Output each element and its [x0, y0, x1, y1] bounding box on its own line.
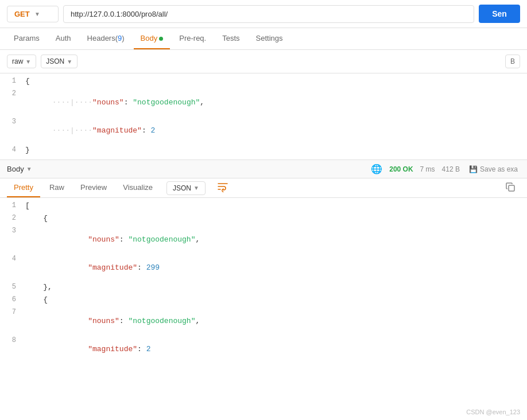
tab-prereq[interactable]: Pre-req. — [172, 28, 213, 49]
content-type-label: JSON — [46, 57, 64, 65]
req-line-1: 1 { — [0, 76, 527, 88]
format-label: raw — [12, 57, 23, 65]
resp-tab-preview[interactable]: Preview — [73, 178, 114, 197]
resp-line-3: 3 "nouns": "notgoodenough", — [0, 225, 527, 254]
tab-params[interactable]: Params — [7, 28, 46, 49]
resp-line-8: 8 "magnitude": 2 — [0, 335, 527, 359]
method-selector[interactable]: GET ▼ — [7, 6, 59, 22]
resp-format-label: JSON — [173, 184, 191, 192]
body-label-text: Body — [7, 165, 24, 173]
method-label: GET — [14, 10, 31, 18]
status-ok: 200 OK — [389, 165, 413, 173]
req-line-4: 4 } — [0, 145, 527, 157]
resp-line-1: 1 [ — [0, 200, 527, 213]
format-chevron: ▼ — [25, 59, 31, 65]
body-label-chevron: ▼ — [26, 166, 32, 172]
response-time: 7 ms — [420, 165, 435, 173]
request-tabs: Params Auth Headers(9) Body Pre-req. Tes… — [0, 28, 527, 50]
globe-icon[interactable]: 🌐 — [371, 164, 382, 174]
req-line-2: 2 ····|····"nouns": "notgoodenough", — [0, 88, 527, 116]
resp-format-chevron: ▼ — [193, 185, 199, 191]
save-as-button[interactable]: 💾 Save as exa — [467, 164, 520, 174]
send-button[interactable]: Sen — [479, 5, 520, 23]
body-label[interactable]: Body ▼ — [7, 165, 32, 173]
resp-line-4: 4 "magnitude": 299 — [0, 254, 527, 282]
format-selector[interactable]: raw ▼ — [7, 55, 36, 68]
copy-button[interactable] — [501, 180, 520, 196]
tab-auth[interactable]: Auth — [49, 28, 78, 49]
save-label: Save as exa — [480, 165, 518, 173]
method-chevron: ▼ — [34, 11, 51, 17]
resp-line-7: 7 "nouns": "notgoodenough", — [0, 307, 527, 335]
save-icon: 💾 — [469, 165, 478, 173]
tab-headers[interactable]: Headers(9) — [80, 28, 131, 49]
resp-line-2: 2 { — [0, 213, 527, 225]
top-bar: GET ▼ Sen — [0, 0, 527, 28]
svg-rect-0 — [509, 185, 514, 191]
url-input[interactable] — [63, 5, 474, 23]
tab-body[interactable]: Body — [134, 28, 170, 49]
content-type-selector[interactable]: JSON ▼ — [41, 55, 78, 68]
request-body-editor: 1 { 2 ····|····"nouns": "notgoodenough",… — [0, 73, 527, 160]
tab-tests[interactable]: Tests — [215, 28, 246, 49]
copy-icon — [505, 182, 516, 192]
body-dot — [159, 37, 163, 41]
tab-settings[interactable]: Settings — [249, 28, 290, 49]
resp-tab-pretty[interactable]: Pretty — [7, 178, 40, 197]
req-line-3: 3 ····|····"magnitude": 2 — [0, 116, 527, 145]
response-size: 412 B — [442, 165, 460, 173]
status-info: 🌐 200 OK 7 ms 412 B 💾 Save as exa — [371, 164, 520, 174]
response-body: 1 [ 2 { 3 "nouns": "notgoodenough", 4 "m… — [0, 198, 527, 359]
resp-tab-raw[interactable]: Raw — [42, 178, 71, 197]
response-bar: Body ▼ 🌐 200 OK 7 ms 412 B 💾 Save as exa — [0, 160, 527, 178]
response-tabs: Pretty Raw Preview Visualize JSON ▼ — [0, 178, 527, 198]
content-type-chevron: ▼ — [67, 59, 72, 65]
beautify-button[interactable]: B — [505, 55, 520, 68]
resp-line-5: 5 }, — [0, 282, 527, 294]
response-format-selector[interactable]: JSON ▼ — [166, 181, 206, 195]
resp-tab-visualize[interactable]: Visualize — [116, 178, 160, 197]
resp-line-6: 6 { — [0, 294, 527, 307]
body-controls: raw ▼ JSON ▼ B — [0, 50, 527, 73]
wrap-button[interactable] — [212, 178, 233, 197]
wrap-icon — [217, 181, 228, 192]
